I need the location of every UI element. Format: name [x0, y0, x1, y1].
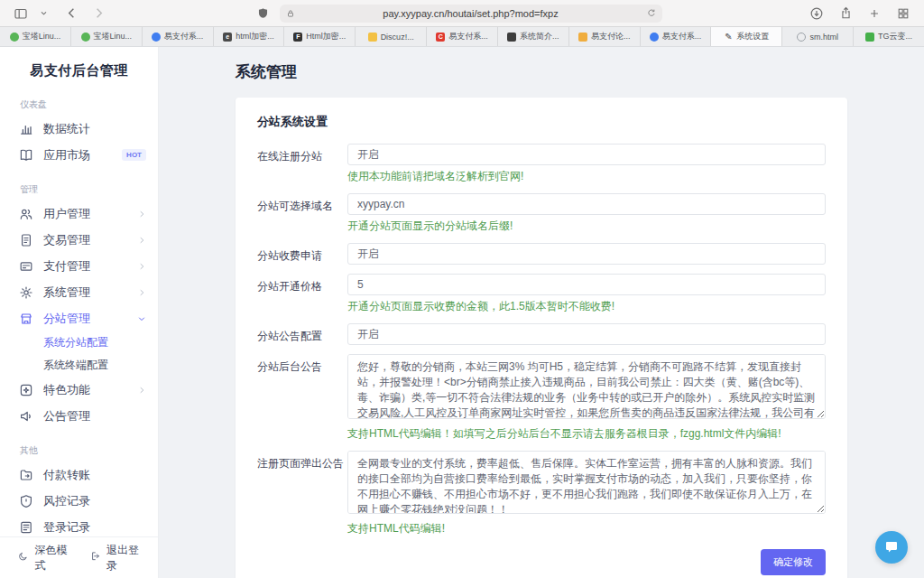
url-text: pay.xyypay.cn/houtai/set.php?mod=fxpz — [295, 8, 646, 19]
form-row: 注册页面弹出公告 全网最专业的支付系统，费率超低、售后保障。实体工作室运营，拥有… — [257, 451, 826, 536]
tab-overview-button[interactable] — [893, 4, 913, 23]
list-icon — [19, 520, 33, 535]
register-popup-textarea[interactable]: 全网最专业的支付系统，费率超低、售后保障。实体工作室运营，拥有丰富的人脉和资源。… — [347, 451, 826, 514]
baota-favicon — [10, 33, 19, 42]
domain-input[interactable] — [347, 193, 826, 215]
tab-epay-forum[interactable]: 易支付论... — [569, 27, 641, 46]
tab-sm-html[interactable]: sm.html — [782, 27, 854, 46]
field-label: 注册页面弹出公告 — [257, 451, 347, 536]
sidebar-item-label: 应用市场 — [43, 147, 116, 163]
sidebar-item-label: 风控记录 — [43, 493, 146, 509]
tab-label: 易支付系... — [448, 31, 488, 42]
sparkle-icon — [19, 383, 33, 397]
chevron-right-icon — [137, 386, 146, 395]
field-label: 在线注册分站 — [257, 144, 347, 184]
chevron-right-icon — [137, 236, 146, 245]
sidebar-item-label: 数据统计 — [43, 121, 146, 137]
tab-epay-1[interactable]: 易支付系... — [143, 27, 214, 46]
forward-button[interactable] — [88, 4, 108, 23]
sidebar-item-risk[interactable]: 风控记录 — [0, 488, 158, 514]
field-hint: 开通分站页面显示收费的金额，此1.5版本暂时不能收费! — [347, 299, 826, 314]
chevron-down-icon — [137, 314, 146, 323]
field-hint: 支持HTML代码编辑！如填写之后分站后台不显示请去服务器根目录，fzgg.htm… — [347, 426, 826, 442]
tab-epay-3[interactable]: 易支付系... — [641, 27, 712, 46]
downloads-button[interactable] — [807, 4, 827, 23]
form-row: 分站开通价格 开通分站页面显示收费的金额，此1.5版本暂时不能收费! — [257, 274, 826, 314]
tab-html-encrypt-2[interactable]: FHtml加密... — [284, 27, 356, 46]
sidebar-item-subsite[interactable]: 分站管理 — [0, 305, 158, 331]
tab-tg-cloud[interactable]: TG云变... — [854, 27, 924, 46]
tab-label: TG云变... — [878, 31, 912, 42]
sidebar-item-transfer[interactable]: 付款转账 — [0, 461, 158, 488]
online-register-input[interactable] — [347, 144, 826, 165]
form-row: 在线注册分站 使用本功能前请把域名泛解析到官网! — [257, 144, 826, 184]
app-title: 易支付后台管理 — [0, 47, 158, 83]
sidebar-item-market[interactable]: 应用市场 HOT — [0, 142, 158, 168]
sidebar-item-label: 公告管理 — [43, 408, 146, 424]
sidebar-subitem-subsite-config[interactable]: 系统分站配置 — [0, 331, 158, 354]
bar-chart-icon — [19, 122, 33, 136]
hot-badge: HOT — [122, 149, 146, 161]
field-hint: 支持HTML代码编辑! — [347, 521, 826, 536]
sidebar-item-pay[interactable]: 支付管理 — [0, 253, 158, 279]
chevron-down-icon[interactable] — [38, 4, 49, 23]
tab-system-intro[interactable]: 系统简介... — [498, 27, 569, 46]
epay-favicon — [650, 33, 659, 42]
store-icon — [19, 312, 33, 326]
forum-favicon — [578, 33, 587, 42]
fee-apply-input[interactable] — [347, 243, 826, 265]
tab-baota-1[interactable]: 宝塔Linu... — [0, 27, 71, 46]
section-label-manage: 管理 — [0, 168, 158, 200]
dark-mode-toggle[interactable]: 深色模式 — [18, 543, 69, 573]
sidebar-item-users[interactable]: 用户管理 — [0, 200, 158, 227]
tab-baota-2[interactable]: 宝塔Linu... — [71, 27, 143, 46]
pen-icon: ✎ — [724, 33, 733, 42]
main-area: 系统管理 分站系统设置 在线注册分站 使用本功能前请把域名泛解析到官网! 分站可… — [159, 47, 924, 578]
file-icon — [19, 233, 33, 247]
sidebar-item-notice[interactable]: 公告管理 — [0, 403, 158, 429]
sidebar-item-loginlog[interactable]: 登录记录 — [0, 514, 158, 536]
chevron-right-icon — [137, 262, 146, 271]
shield-icon — [19, 494, 33, 508]
back-button[interactable] — [61, 4, 81, 23]
html-tool-favicon: F — [293, 33, 302, 42]
sidebar-toggle-button[interactable] — [11, 4, 31, 23]
sidebar-item-system[interactable]: 系统管理 — [0, 279, 158, 305]
sidebar-item-label: 登录记录 — [43, 519, 146, 536]
logout-label: 退出登录 — [106, 543, 140, 573]
tab-system-settings-active[interactable]: ✎系统设置 — [711, 27, 782, 46]
baota-favicon — [81, 33, 90, 42]
notice-config-input[interactable] — [347, 323, 826, 345]
content-blocker-shield-icon[interactable] — [253, 4, 273, 23]
share-button[interactable] — [836, 4, 855, 23]
field-hint: 开通分站页面显示的分站域名后缀! — [347, 219, 826, 234]
field-label: 分站开通价格 — [257, 274, 347, 314]
chat-bubble-button[interactable] — [875, 531, 908, 564]
sidebar-item-stats[interactable]: 数据统计 — [0, 116, 158, 142]
backend-notice-textarea[interactable]: 您好，尊敬的分销商，本站三网3% 均可H5，稳定结算，分销商不可跑路不结算，发现… — [347, 354, 826, 419]
tab-label: 易支付论... — [591, 31, 631, 42]
confirm-modify-button[interactable]: 确定修改 — [761, 549, 826, 575]
tab-label: sm.html — [809, 33, 838, 42]
logout-icon — [90, 551, 101, 564]
sidebar-footer: 深色模式 退出登录 — [0, 536, 158, 578]
sidebar-item-trade[interactable]: 交易管理 — [0, 227, 158, 253]
tab-label: Discuz!... — [381, 33, 414, 42]
new-tab-button[interactable] — [864, 4, 884, 23]
address-bar[interactable]: pay.xyypay.cn/houtai/set.php?mod=fxpz — [280, 5, 662, 23]
tab-label: 宝塔Linu... — [23, 31, 61, 42]
sidebar-subitem-terminal-config[interactable]: 系统终端配置 — [0, 354, 158, 377]
folder-arrow-icon — [19, 468, 33, 482]
tab-html-encrypt-1[interactable]: ehtml加密... — [214, 27, 285, 46]
tab-label: 易支付系... — [662, 31, 702, 42]
section-label-dashboard: 仪表盘 — [0, 83, 158, 116]
discuz-favicon — [368, 33, 377, 42]
price-input[interactable] — [347, 274, 826, 295]
refresh-button[interactable] — [646, 8, 656, 18]
tab-discuz[interactable]: Discuz!... — [356, 27, 427, 46]
form-row: 分站收费申请 — [257, 243, 826, 265]
tab-epay-2[interactable]: C易支付系... — [427, 27, 498, 46]
logout-button[interactable]: 退出登录 — [90, 543, 141, 573]
tab-label: 宝塔Linu... — [94, 31, 133, 42]
sidebar-item-features[interactable]: 特色功能 — [0, 377, 158, 403]
